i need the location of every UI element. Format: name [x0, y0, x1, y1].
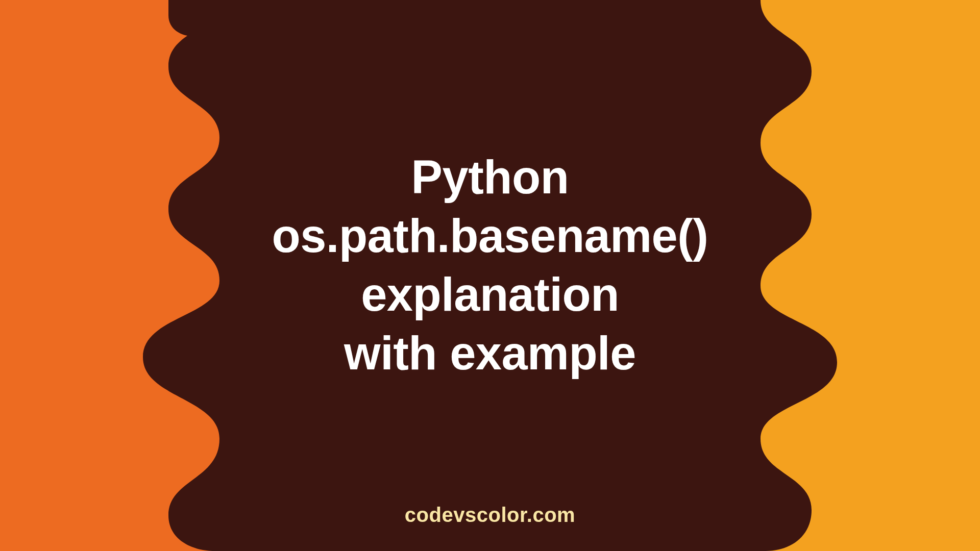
graphic-title: Python os.path.basename() explanation wi… — [272, 148, 708, 383]
title-line: explanation — [272, 265, 708, 324]
content-wrapper: Python os.path.basename() explanation wi… — [0, 0, 980, 551]
title-line: Python — [272, 148, 708, 207]
watermark-text: codevscolor.com — [0, 504, 980, 527]
title-line: with example — [272, 324, 708, 383]
title-line: os.path.basename() — [272, 207, 708, 265]
graphic-canvas: Python os.path.basename() explanation wi… — [0, 0, 980, 551]
